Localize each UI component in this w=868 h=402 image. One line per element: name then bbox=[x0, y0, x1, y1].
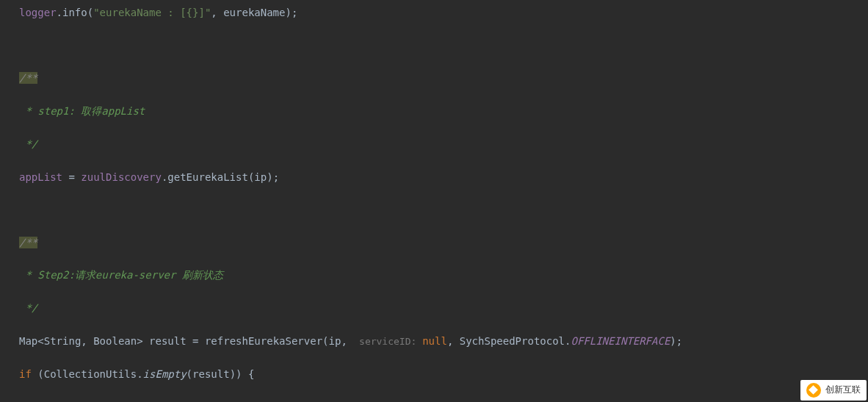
code-token: OFFLINEINTERFACE bbox=[571, 335, 670, 347]
comment-body: * step1: 取得appList bbox=[19, 105, 145, 117]
code-line: Map<String, Boolean> result = refreshEur… bbox=[19, 333, 868, 350]
code-token: ip bbox=[254, 171, 267, 183]
code-token: info bbox=[62, 7, 87, 18]
code-line: logger.info("eurekaName : [{}]", eurekaN… bbox=[19, 4, 868, 21]
code-line bbox=[19, 201, 868, 218]
watermark-icon bbox=[806, 383, 821, 398]
code-editor[interactable]: logger.info("eurekaName : [{}]", eurekaN… bbox=[0, 4, 868, 402]
watermark-badge: 创新互联 bbox=[800, 380, 867, 401]
code-token: result bbox=[192, 368, 230, 380]
comment-end: */ bbox=[19, 138, 37, 150]
comment-body: * Step2:请求eureka-server 刷新状态 bbox=[19, 269, 223, 281]
code-token: logger bbox=[19, 7, 57, 18]
code-line: /** bbox=[19, 70, 868, 86]
watermark-text: 创新互联 bbox=[825, 383, 861, 397]
comment-start: /** bbox=[19, 237, 37, 248]
code-token: getEurekaList bbox=[167, 171, 248, 183]
code-line: /** bbox=[19, 234, 868, 251]
comment-end: */ bbox=[19, 302, 37, 314]
code-token: SychSpeedProtocol bbox=[460, 335, 565, 347]
code-token: ip bbox=[329, 335, 341, 347]
parameter-hint: serviceID: bbox=[353, 336, 422, 347]
code-token: String bbox=[44, 335, 82, 347]
code-line: */ bbox=[19, 136, 868, 152]
code-line: * step1: 取得appList bbox=[19, 103, 868, 119]
code-token: appList bbox=[19, 171, 62, 183]
code-token: refreshEurekaServer bbox=[205, 335, 322, 347]
code-token: result bbox=[149, 335, 187, 347]
code-token: Boolean bbox=[93, 335, 137, 347]
code-token: eurekaName bbox=[223, 7, 285, 18]
code-line: appList = zuulDiscovery.getEurekaList(ip… bbox=[19, 169, 868, 185]
code-string: "eurekaName : [{}]" bbox=[93, 7, 211, 18]
code-line: * Step2:请求eureka-server 刷新状态 bbox=[19, 267, 868, 283]
code-line: */ bbox=[19, 300, 868, 316]
code-token: zuulDiscovery bbox=[81, 171, 162, 183]
code-line: return Message.buildExceptionResult(); bbox=[19, 399, 868, 402]
code-line bbox=[19, 37, 868, 54]
code-token: CollectionUtils bbox=[44, 368, 137, 380]
code-token: isEmpty bbox=[143, 368, 187, 380]
comment-start: /** bbox=[19, 72, 37, 84]
code-token: null bbox=[422, 335, 447, 347]
code-line: if (CollectionUtils.isEmpty(result)) { bbox=[19, 366, 868, 382]
code-token: Map bbox=[19, 335, 37, 347]
code-keyword: if bbox=[19, 368, 32, 380]
